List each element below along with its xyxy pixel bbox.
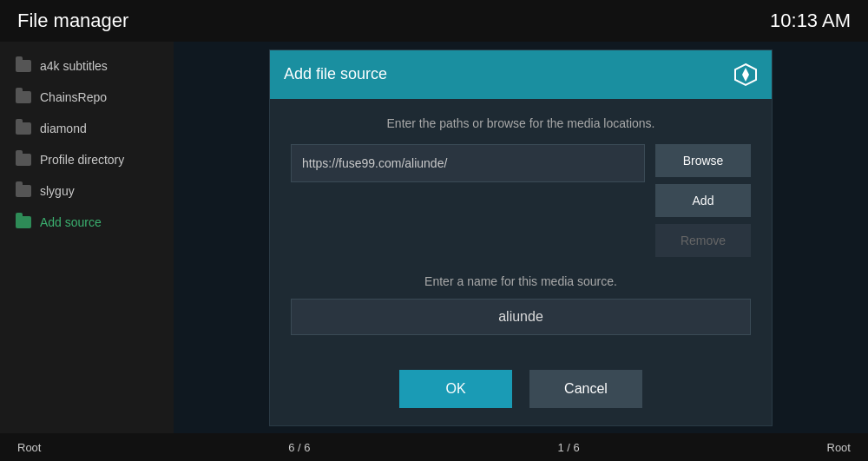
sidebar-item-label: slyguy [40,184,75,198]
footer-right: Root [827,441,851,454]
name-input[interactable]: aliunde [291,299,751,335]
sidebar-item-chains-repo[interactable]: ChainsRepo [0,82,174,113]
sidebar-item-label: a4k subtitles [40,59,108,73]
footer-left: Root [17,441,41,454]
name-instruction: Enter a name for this media source. [291,274,751,288]
url-input[interactable]: https://fuse99.com/aliunde/ [291,144,645,182]
sidebar-item-diamond[interactable]: diamond [0,113,174,144]
app-title: File manager [17,10,128,32]
action-buttons: Browse Add Remove [655,144,751,257]
svg-marker-1 [742,68,749,82]
dialog-body: Enter the paths or browse for the media … [270,99,772,352]
url-value: https://fuse99.com/aliunde/ [302,156,447,170]
sidebar-item-label: Profile directory [40,153,124,167]
sidebar-item-label: diamond [40,122,87,135]
add-file-source-dialog: Add file source Enter the paths or brows… [269,49,773,426]
sidebar-item-add-source[interactable]: Add source [0,207,174,238]
sidebar-item-label: Add source [40,215,102,229]
folder-icon [16,122,31,135]
sidebar-item-profile-directory[interactable]: Profile directory [0,144,174,175]
footer-center-left: 6 / 6 [288,441,310,454]
folder-icon [16,91,31,103]
folder-icon [16,60,31,72]
name-value: aliunde [498,309,543,325]
dialog-footer: OK Cancel [270,352,772,425]
footer: Root 6 / 6 1 / 6 Root [0,433,868,461]
footer-center-right: 1 / 6 [557,441,579,454]
clock: 10:13 AM [770,10,851,32]
content-area: Add file source Enter the paths or brows… [174,42,868,433]
folder-icon [16,185,31,197]
folder-icon [16,154,31,166]
add-button[interactable]: Add [655,184,751,217]
kodi-logo [733,63,758,87]
ok-button[interactable]: OK [399,370,512,408]
remove-button[interactable]: Remove [655,224,751,257]
main-layout: a4k subtitles ChainsRepo diamond Profile… [0,42,868,433]
sidebar: a4k subtitles ChainsRepo diamond Profile… [0,42,174,433]
browse-button[interactable]: Browse [655,144,751,177]
path-instruction: Enter the paths or browse for the media … [291,116,751,130]
sidebar-item-slyguy[interactable]: slyguy [0,175,174,207]
folder-icon [16,216,31,228]
dialog-header: Add file source [270,50,772,99]
sidebar-item-label: ChainsRepo [40,90,107,104]
dialog-title: Add file source [284,65,387,83]
header: File manager 10:13 AM [0,0,868,42]
cancel-button[interactable]: Cancel [529,370,642,408]
sidebar-item-a4k-subtitles[interactable]: a4k subtitles [0,50,174,82]
url-row: https://fuse99.com/aliunde/ Browse Add R… [291,144,751,257]
